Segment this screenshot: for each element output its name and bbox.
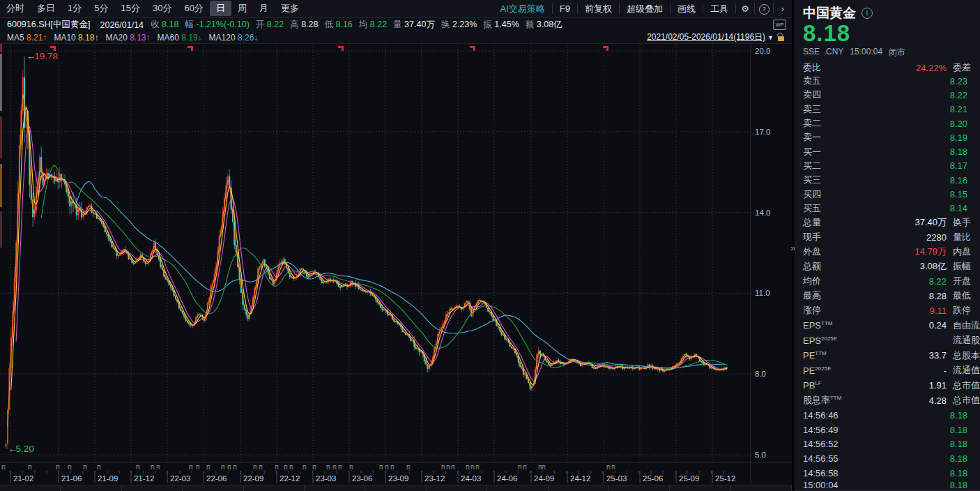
- quote-field-振: 振 1.45%: [483, 19, 519, 31]
- period-tab-60分[interactable]: 60分: [178, 1, 209, 16]
- order-book-row-买二[interactable]: 买二8.17: [795, 159, 980, 173]
- ma-legend-item-MA10: MA10 8.18↑: [54, 33, 98, 43]
- fundamental-row-EPS: EPS2025E流通股本: [795, 333, 980, 348]
- menu-item[interactable]: 超级叠加: [619, 3, 670, 14]
- order-book-row-买一[interactable]: 买一8.18: [795, 144, 980, 158]
- fundamental-row-PE: PETTM33.7总股本: [795, 348, 980, 363]
- quote-field-开: 开 8.22: [256, 19, 284, 31]
- bottom-tab[interactable]: [0, 485, 61, 491]
- period-tab-日[interactable]: 日: [210, 1, 231, 16]
- lock-body: [778, 36, 784, 41]
- svg-text:23-06: 23-06: [352, 474, 372, 483]
- svg-text:R: R: [221, 464, 225, 471]
- tick-row: 14:56:558.18: [795, 451, 980, 466]
- svg-text:R: R: [156, 464, 160, 471]
- date-range-selector[interactable]: 2021/02/05-2026/01/14(1196日): [647, 31, 765, 43]
- bottom-tab[interactable]: [609, 485, 670, 491]
- svg-text:R: R: [441, 464, 445, 471]
- stat-row-总量: 总量37.40万换手: [795, 216, 980, 230]
- svg-text:R: R: [68, 464, 72, 471]
- period-tab-1分[interactable]: 1分: [61, 1, 88, 16]
- bottom-tab[interactable]: [670, 485, 730, 491]
- stat-row-现手: 现手2280量比: [795, 230, 980, 245]
- menu-item[interactable]: 前复权: [577, 3, 619, 14]
- fundamental-row-股息率: 股息率TTM4.28总市值: [795, 393, 980, 408]
- menu-item[interactable]: 工具: [703, 3, 735, 14]
- info-icon[interactable]: i: [862, 8, 873, 19]
- order-book-row-卖四[interactable]: 卖四8.22: [795, 88, 980, 102]
- bottom-tab[interactable]: [305, 485, 365, 491]
- bottom-tab[interactable]: [427, 485, 487, 491]
- period-tab-月[interactable]: 月: [253, 1, 275, 16]
- bottom-tab[interactable]: [244, 485, 305, 491]
- bottom-tab[interactable]: [365, 485, 426, 491]
- tick-row: 14:56:588.18: [795, 466, 980, 481]
- wp-window-icon[interactable]: WP: [773, 20, 786, 30]
- order-book-row-买四[interactable]: 买四8.15: [795, 187, 980, 201]
- bottom-tab[interactable]: [549, 485, 609, 491]
- expand-chevron-icon[interactable]: ›: [773, 3, 792, 14]
- order-book-row-卖三[interactable]: 卖三8.21: [795, 103, 980, 116]
- pane-splitter[interactable]: »: [792, 0, 795, 491]
- order-book-row-卖二[interactable]: 卖二8.20: [795, 116, 980, 130]
- tick-row: 14:56:528.18: [795, 437, 980, 451]
- order-book-row-卖一[interactable]: 卖一8.19: [795, 130, 980, 144]
- menu-items: AI交易策略F9前复权超级叠加画线工具: [493, 3, 735, 14]
- svg-text:R: R: [253, 464, 257, 471]
- ma-legend-item-MA120: MA120 8.26↓: [209, 33, 259, 43]
- bottom-tab[interactable]: [731, 485, 792, 491]
- order-book-row-买三[interactable]: 买三8.16: [795, 173, 980, 187]
- market-meta: 闭市: [889, 47, 905, 59]
- bottom-tab[interactable]: [61, 485, 121, 491]
- stat-row-最高: 最高8.28最低: [795, 289, 980, 303]
- menu-item[interactable]: 画线: [670, 3, 703, 14]
- collapse-panel-icon[interactable]: »: [790, 243, 795, 253]
- period-tab-周[interactable]: 周: [231, 1, 253, 16]
- svg-text:R: R: [466, 464, 470, 471]
- order-book-row-卖五[interactable]: 卖五8.23: [795, 74, 980, 88]
- period-tab-分时[interactable]: 分时: [0, 1, 31, 16]
- menu-item[interactable]: F9: [552, 3, 577, 14]
- svg-text:23-03: 23-03: [316, 474, 336, 483]
- period-tab-更多[interactable]: 更多: [275, 1, 305, 16]
- svg-text:R: R: [379, 464, 383, 471]
- svg-text:25-12: 25-12: [715, 474, 735, 483]
- stat-row-外盘: 外盘14.79万内盘: [795, 245, 980, 259]
- svg-text:R: R: [289, 464, 293, 471]
- caret-down-icon[interactable]: ▼: [767, 34, 774, 41]
- bottom-tab[interactable]: [487, 485, 548, 491]
- period-tab-30分[interactable]: 30分: [146, 1, 178, 16]
- svg-text:20.0: 20.0: [755, 47, 770, 55]
- unlocked-lock-icon[interactable]: [777, 33, 785, 42]
- toolbar-right: AI交易策略F9前复权超级叠加画线工具 ⚙ ? ›: [493, 3, 792, 15]
- svg-text:R: R: [56, 464, 60, 471]
- bottom-tab[interactable]: [122, 485, 183, 491]
- period-tab-15分[interactable]: 15分: [114, 1, 146, 16]
- svg-text:R: R: [338, 464, 342, 471]
- period-tab-5分[interactable]: 5分: [88, 1, 114, 16]
- stats-list: 总量37.40万换手现手2280量比外盘14.79万内盘总额3.08亿振幅均价8…: [795, 216, 980, 318]
- time-sales-list[interactable]: 14:56:468.1814:56:498.1814:56:528.1814:5…: [795, 408, 980, 480]
- stock-code: 600916.SH[中国黄金]: [7, 19, 91, 31]
- market-meta: SSE: [803, 47, 820, 59]
- quote-panel: 中国黄金 i 8.18 SSECNY15:00:04闭市 委比24.22%委差 …: [795, 0, 980, 491]
- bottom-tab[interactable]: [183, 485, 243, 491]
- ma-legend-item-MA5: MA5 8.21↑: [7, 33, 47, 43]
- stat-row-均价: 均价8.22开盘: [795, 274, 980, 289]
- menu-item[interactable]: AI交易策略: [493, 3, 552, 14]
- svg-text:R: R: [1, 464, 6, 471]
- weicha-label: 委差: [953, 61, 980, 74]
- svg-text:R: R: [83, 464, 87, 471]
- quote-date: 2026/01/14: [100, 20, 144, 30]
- period-tab-多日[interactable]: 多日: [31, 1, 61, 16]
- svg-text:25-06: 25-06: [643, 474, 663, 483]
- chart-bottom-tabbar[interactable]: [0, 485, 792, 491]
- svg-text:R: R: [312, 464, 316, 471]
- svg-text:R: R: [385, 464, 389, 471]
- help-icon[interactable]: ?: [754, 3, 773, 15]
- settings-gear-icon[interactable]: ⚙: [735, 3, 754, 14]
- order-book-row-买五[interactable]: 买五8.14: [795, 202, 980, 216]
- quote-field-高: 高 8.28: [290, 19, 318, 31]
- quote-field-额: 额 3.08亿: [526, 19, 562, 31]
- candlestick-chart[interactable]: 20.017.014.011.08.05.021-0221-0621-0921-…: [0, 44, 792, 485]
